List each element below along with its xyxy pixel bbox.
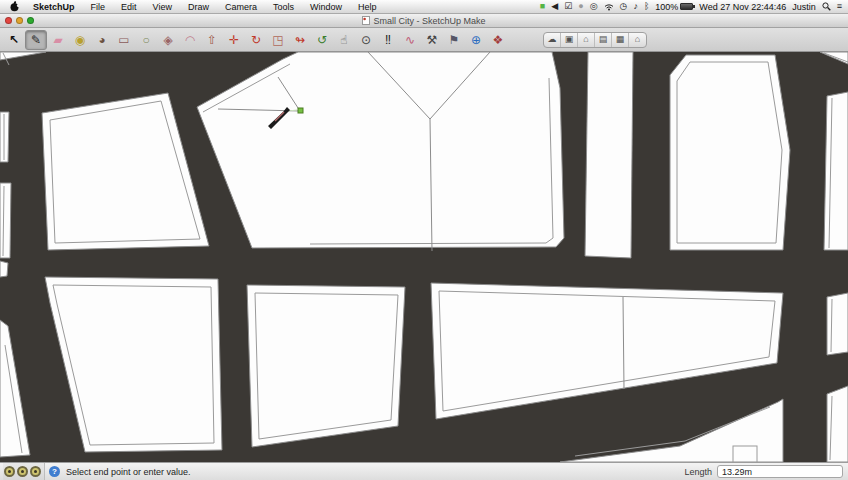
notification-center-icon[interactable]: ≡ xyxy=(837,2,842,11)
menu-item-help[interactable]: Help xyxy=(350,2,385,12)
components-button[interactable]: ▣ xyxy=(561,33,578,47)
status-toggle-1[interactable] xyxy=(4,466,15,477)
user-menu[interactable]: Justin xyxy=(792,2,816,12)
drawing-canvas[interactable] xyxy=(0,52,848,462)
print-alt-button[interactable]: ▦ xyxy=(612,33,629,47)
battery-icon xyxy=(680,3,693,10)
volume-icon[interactable]: ♪ xyxy=(633,2,638,11)
paint-bucket-tool[interactable]: ◕ xyxy=(91,30,113,50)
look-around-tool[interactable]: ⊙ xyxy=(355,30,377,50)
window-title: Small City - SketchUp Make xyxy=(373,16,485,26)
scale-tool[interactable]: ◳ xyxy=(267,30,289,50)
push-pull-tool[interactable]: ⇧ xyxy=(201,30,223,50)
inference-point xyxy=(298,108,303,113)
orbit-tool[interactable]: ↺ xyxy=(311,30,333,50)
follow-me-tool[interactable]: ↬ xyxy=(289,30,311,50)
walk-tool[interactable]: ‼ xyxy=(377,30,399,50)
upload-button[interactable]: ⌂ xyxy=(578,33,595,47)
sketchup-window: SketchUpFileEditViewDrawCameraToolsWindo… xyxy=(0,0,848,480)
menu-item-tools[interactable]: Tools xyxy=(265,2,302,12)
rotate-tool[interactable]: ↻ xyxy=(245,30,267,50)
status-bar: ? Select end point or enter value. Lengt… xyxy=(0,462,848,480)
status-toggle-2[interactable] xyxy=(17,466,28,477)
text-tool[interactable]: ⚑ xyxy=(443,30,465,50)
checkbox-icon[interactable]: ☑ xyxy=(564,2,572,11)
home-button[interactable]: ⌂ xyxy=(629,33,646,47)
menu-item-file[interactable]: File xyxy=(83,2,114,12)
measurement-label: Length xyxy=(684,467,712,477)
time-machine-icon[interactable]: ◷ xyxy=(620,2,628,11)
measurement-area: Length xyxy=(684,465,845,478)
apple-menu[interactable] xyxy=(4,1,25,12)
window-title-wrap: Small City - SketchUp Make xyxy=(0,16,848,26)
menu-clock[interactable]: Wed 27 Nov 22:44:46 xyxy=(699,2,786,12)
add-location-tool[interactable]: ⊕ xyxy=(465,30,487,50)
help-icon[interactable]: ? xyxy=(49,466,60,477)
close-button[interactable] xyxy=(5,17,12,24)
document-icon xyxy=(362,16,370,25)
line-tool[interactable]: ✎ xyxy=(25,30,47,50)
get-models-tool[interactable]: ❖ xyxy=(487,30,509,50)
window-controls xyxy=(5,17,34,24)
axes-tool[interactable]: ⚒ xyxy=(421,30,443,50)
menu-item-sketchup[interactable]: SketchUp xyxy=(25,2,83,12)
status-toggle-3[interactable] xyxy=(30,466,41,477)
menu-bar: SketchUpFileEditViewDrawCameraToolsWindo… xyxy=(0,0,848,14)
back-arrow-icon[interactable]: ◀ xyxy=(551,2,558,11)
toolbar-segmented-control: ☁▣⌂▤▦⌂ xyxy=(543,32,647,48)
measurement-input[interactable] xyxy=(717,465,843,478)
bluetooth-icon[interactable]: ᛒ xyxy=(644,2,649,11)
menu-items: SketchUpFileEditViewDrawCameraToolsWindo… xyxy=(25,2,384,12)
print-button[interactable]: ▤ xyxy=(595,33,612,47)
move-tool[interactable]: ✛ xyxy=(223,30,245,50)
share-button[interactable]: ☁ xyxy=(544,33,561,47)
zoom-button[interactable] xyxy=(27,17,34,24)
menu-item-camera[interactable]: Camera xyxy=(217,2,265,12)
dim-circle-icon[interactable]: ● xyxy=(578,2,583,11)
menu-item-window[interactable]: Window xyxy=(302,2,350,12)
toolbar: ↖✎▰◉◕▭○◈◠⇧✛↻◳↬↺☝⊙‼∿⚒⚑⊕❖ ☁▣⌂▤▦⌂ xyxy=(0,28,848,52)
select-tool[interactable]: ↖ xyxy=(3,30,25,50)
arc-tool[interactable]: ◠ xyxy=(179,30,201,50)
title-bar: Small City - SketchUp Make xyxy=(0,14,848,28)
minimize-button[interactable] xyxy=(16,17,23,24)
menu-item-edit[interactable]: Edit xyxy=(113,2,145,12)
battery-indicator[interactable]: 100% xyxy=(655,2,693,12)
canvas-area xyxy=(0,52,848,462)
eraser-tool[interactable]: ▰ xyxy=(47,30,69,50)
target-icon[interactable]: ◎ xyxy=(590,2,598,11)
wifi-icon[interactable] xyxy=(604,3,614,11)
status-message: Select end point or enter value. xyxy=(64,467,191,477)
menu-item-view[interactable]: View xyxy=(145,2,180,12)
pan-tool[interactable]: ☝ xyxy=(333,30,355,50)
apple-icon xyxy=(10,1,19,12)
spotlight-search-icon[interactable] xyxy=(822,2,831,11)
battery-percent: 100% xyxy=(655,2,678,12)
tape-measure-tool[interactable]: ◉ xyxy=(69,30,91,50)
app-status-icon[interactable]: ■ xyxy=(540,2,545,11)
tool-buttons: ↖✎▰◉◕▭○◈◠⇧✛↻◳↬↺☝⊙‼∿⚒⚑⊕❖ xyxy=(3,30,509,50)
menu-status-icons: ■◀☑●◎◷♪ᛒ xyxy=(540,2,650,11)
menu-item-draw[interactable]: Draw xyxy=(180,2,217,12)
rectangle-tool[interactable]: ▭ xyxy=(113,30,135,50)
status-toggle-buttons xyxy=(3,463,45,480)
menu-bar-status-area: ■◀☑●◎◷♪ᛒ 100% Wed 27 Nov 22:44:46 Justin… xyxy=(540,2,844,12)
circle-tool[interactable]: ○ xyxy=(135,30,157,50)
freehand-tool[interactable]: ∿ xyxy=(399,30,421,50)
polygon-tool[interactable]: ◈ xyxy=(157,30,179,50)
